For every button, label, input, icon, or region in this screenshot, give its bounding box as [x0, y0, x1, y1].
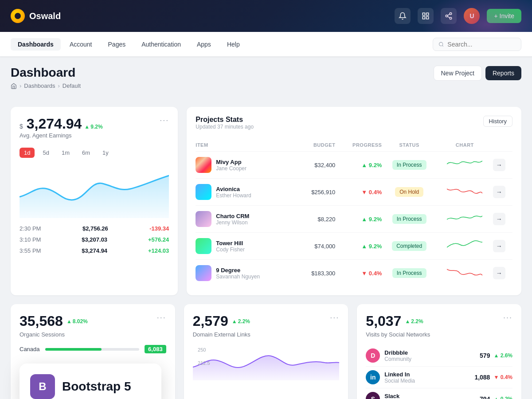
svg-point-9	[439, 42, 443, 46]
budget-cell: $74,000	[297, 233, 336, 260]
svg-rect-2	[423, 17, 425, 19]
earnings-row: 3:10 PM $3,207.03 +576.24	[20, 236, 169, 243]
view-button[interactable]: →	[493, 267, 505, 279]
status-badge-charto: In Process	[392, 214, 426, 224]
logo-text: Oswald	[29, 11, 61, 21]
project-icon	[196, 157, 211, 173]
view-button[interactable]: →	[493, 213, 505, 225]
layout-icon[interactable]	[418, 8, 434, 24]
project-icon	[196, 265, 211, 281]
search-icon	[438, 41, 444, 47]
map-row: Canada 6,083	[20, 345, 166, 353]
social-more-button[interactable]: ···	[503, 313, 512, 329]
view-button[interactable]: →	[493, 186, 505, 198]
project-author: Esther Howard	[216, 192, 251, 199]
history-button[interactable]: History	[483, 116, 512, 127]
project-item: 9 Degree Savannah Nguyen	[196, 265, 297, 281]
nav-item-help[interactable]: Help	[220, 38, 247, 51]
time-filter-5d[interactable]: 5d	[38, 148, 53, 158]
header-right: U + Invite	[395, 8, 521, 24]
status-badge: Completed	[392, 241, 426, 251]
col-status: STATUS	[382, 139, 437, 152]
budget-cell: $256,910	[297, 179, 336, 206]
logo-icon	[11, 9, 25, 23]
organic-sessions-value: 35,568 ▲ 8.02%	[20, 313, 88, 329]
table-row: Mivy App Jane Cooper $32,400 ▲ 9.2% In P…	[196, 152, 512, 179]
time-filter-6m[interactable]: 6m	[78, 148, 94, 158]
time-filter-1m[interactable]: 1m	[57, 148, 74, 158]
earnings-card: $ 3,274.94 ▲ 9.2% Avg. Agent Earnings ··…	[11, 107, 178, 295]
nav-item-authentication[interactable]: Authentication	[134, 38, 188, 51]
organic-more-button[interactable]: ···	[157, 313, 166, 329]
mini-chart	[447, 157, 482, 171]
social-networks-badge: ▲ 2.2%	[405, 318, 423, 325]
notification-icon[interactable]	[395, 8, 411, 24]
nav-item-account[interactable]: Account	[63, 38, 99, 51]
time-filters: 1d 5d 1m 6m 1y	[20, 148, 169, 158]
social-networks-label: Visits by Social Networks	[366, 331, 512, 338]
earnings-chart	[20, 165, 169, 218]
breadcrumb-default: Default	[63, 82, 81, 89]
share-icon[interactable]	[441, 8, 457, 24]
table-row: Charto CRM Jenny Wilson $8,220 ▲ 9.2% In…	[196, 206, 512, 233]
mini-chart	[447, 266, 482, 279]
nav-item-apps[interactable]: Apps	[190, 38, 218, 51]
svg-point-4	[450, 13, 452, 15]
row-time: 3:55 PM	[20, 247, 41, 254]
budget-cell: $183,300	[297, 260, 336, 287]
row-amount: $2,756.26	[82, 225, 108, 232]
social-name: Linked In	[384, 371, 415, 378]
project-item: Charto CRM Jenny Wilson	[196, 211, 297, 227]
projects-table: ITEM BUDGET PROGRESS STATUS CHART	[196, 139, 512, 286]
social-badge: ▼ 0.4%	[493, 374, 512, 380]
table-row: Avionica Esther Howard $256,910 ▼ 0.4% O…	[196, 179, 512, 206]
social-name: Dribbble	[384, 349, 411, 356]
social-count: 1,088	[474, 374, 490, 381]
project-icon	[196, 184, 211, 200]
project-name: Mivy App	[216, 159, 246, 165]
earnings-more-button[interactable]: ···	[160, 116, 169, 125]
time-filter-1y[interactable]: 1y	[98, 148, 113, 158]
nav-item-pages[interactable]: Pages	[101, 38, 133, 51]
organic-sessions-badge: ▲ 8.02%	[66, 318, 88, 325]
row-time: 3:10 PM	[20, 236, 41, 243]
currency-symbol: $	[20, 123, 23, 130]
domain-links-value: 2,579 ▲ 2.2%	[193, 313, 250, 329]
user-avatar[interactable]: U	[464, 8, 480, 24]
new-project-button[interactable]: New Project	[434, 66, 482, 81]
project-author: Jane Cooper	[216, 165, 246, 172]
project-author: Jenny Wilson	[216, 219, 249, 226]
domain-chart: 250 212.5	[193, 345, 340, 380]
table-row: Tower Hill Cody Fisher $74,000 ▲ 9.2% Co…	[196, 233, 512, 260]
social-item-slack: S Slack Community 794 ▲ 0.2%	[366, 388, 512, 399]
search-bar[interactable]	[433, 38, 521, 51]
svg-rect-3	[426, 17, 429, 19]
project-author: Savannah Nguyen	[216, 274, 260, 280]
social-type: Community	[384, 356, 411, 362]
search-input[interactable]	[447, 41, 516, 48]
bootstrap-icon: B	[30, 374, 55, 399]
bootstrap-label: Bootstrap 5	[62, 379, 131, 394]
nav-item-dashboards[interactable]: Dashboards	[11, 38, 61, 51]
view-button[interactable]: →	[493, 240, 505, 252]
domain-more-button[interactable]: ···	[330, 313, 339, 329]
progress-cell: ▼ 0.4%	[361, 270, 382, 277]
earnings-row: 3:55 PM $3,274.94 +124.03	[20, 247, 169, 254]
progress-cell: ▼ 0.4%	[361, 189, 382, 196]
invite-button[interactable]: + Invite	[487, 9, 521, 23]
projects-card: Projects Stats Updated 37 minutes ago Hi…	[187, 107, 521, 295]
social-count: 794	[480, 395, 490, 399]
dribbble-icon: D	[366, 348, 380, 363]
project-item: Tower Hill Cody Fisher	[196, 238, 297, 254]
reports-button[interactable]: Reports	[485, 66, 521, 80]
social-items: D Dribbble Community 579 ▲ 2.6% in	[366, 345, 512, 399]
progress-cell: ▲ 9.2%	[361, 216, 382, 223]
svg-point-5	[446, 15, 448, 17]
view-button[interactable]: →	[493, 159, 505, 171]
nav-bar: Dashboards Account Pages Authentication …	[0, 32, 532, 57]
nav-items: Dashboards Account Pages Authentication …	[11, 38, 247, 51]
time-filter-1d[interactable]: 1d	[20, 148, 35, 158]
breadcrumb-dashboards: Dashboards	[24, 82, 55, 89]
logo-area: Oswald	[11, 9, 61, 23]
col-chart: CHART	[437, 139, 493, 152]
